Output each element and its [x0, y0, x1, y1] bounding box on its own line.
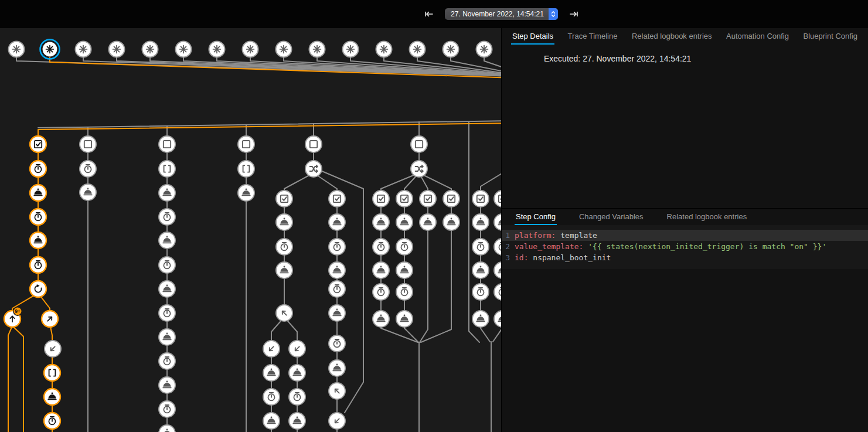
trace-node-service-call-node[interactable]	[396, 262, 413, 278]
trace-node-branch-return-node[interactable]	[289, 341, 305, 357]
trace-node-branch-return-node[interactable]	[329, 413, 345, 429]
trace-node-service-call-node[interactable]	[396, 311, 413, 327]
trace-node-delay-node[interactable]	[80, 161, 96, 177]
trace-node-service-call-node[interactable]	[420, 214, 436, 230]
trace-node-choose-node[interactable]	[305, 161, 322, 177]
trace-node-service-call-node[interactable]	[159, 281, 175, 297]
trace-node-condition-node[interactable]	[30, 136, 46, 152]
trace-node-service-call-node[interactable]	[443, 214, 459, 230]
trace-node-branch-exit-node[interactable]	[276, 305, 292, 321]
trace-node-delay-node[interactable]	[30, 209, 46, 225]
trace-node-choose-node[interactable]	[411, 161, 427, 177]
trace-node-branch-return-node[interactable]	[45, 341, 61, 357]
trace-node-delay-node[interactable]	[159, 305, 175, 321]
trigger-node[interactable]	[376, 42, 392, 57]
trace-node-service-call-node[interactable]	[472, 311, 489, 327]
trace-node-delay-node[interactable]	[289, 389, 305, 405]
trace-graph[interactable]: 9+	[0, 28, 501, 432]
trace-node-template-node[interactable]	[238, 161, 254, 177]
trace-node-service-call-node[interactable]	[373, 262, 389, 278]
trigger-node[interactable]	[9, 42, 25, 57]
trace-node-service-call-node[interactable]	[329, 214, 345, 230]
trace-node-condition-node[interactable]	[494, 191, 501, 207]
trace-node-delay-node[interactable]	[263, 389, 280, 405]
trace-node-service-call-node[interactable]	[159, 185, 175, 201]
trace-node-service-call-node[interactable]	[289, 413, 305, 429]
trace-node-template-node[interactable]	[44, 365, 60, 381]
trace-node-delay-node[interactable]	[396, 239, 413, 255]
trace-node-delay-node[interactable]	[472, 239, 489, 255]
trigger-node[interactable]	[76, 42, 91, 57]
trace-node-condition-node[interactable]	[396, 191, 413, 207]
trace-node-service-call-node[interactable]	[329, 305, 345, 321]
trace-node-option-node[interactable]	[411, 136, 427, 152]
trace-node-delay-node[interactable]	[494, 284, 501, 300]
trace-node-service-call-node[interactable]	[159, 377, 175, 393]
trace-node-service-call-node[interactable]	[30, 232, 46, 249]
run-selector[interactable]: 27. November 2022, 14:54:21	[445, 8, 558, 20]
trace-node-service-call-node[interactable]	[494, 311, 501, 327]
trace-node-service-call-node[interactable]	[263, 365, 280, 381]
tab-related-logbook-entries[interactable]: Related logbook entries	[631, 28, 713, 45]
trace-node-delay-node[interactable]	[472, 284, 489, 300]
trace-node-service-call-node[interactable]	[159, 232, 175, 249]
trigger-node[interactable]	[309, 42, 325, 57]
tab-related-logbook-entries[interactable]: Related logbook entries	[666, 209, 748, 225]
trigger-node[interactable]	[343, 42, 359, 57]
trace-node-service-call-node[interactable]	[472, 214, 489, 230]
trace-node-repeat-node[interactable]	[30, 281, 46, 297]
trace-node-service-call-node[interactable]	[329, 360, 345, 376]
trace-node-delay-node[interactable]	[329, 335, 345, 352]
trace-node-delay-node[interactable]	[373, 239, 389, 255]
yaml-code-block[interactable]: 1platform: template2value_template: '{{ …	[502, 225, 868, 269]
trace-node-service-call-node[interactable]	[276, 262, 292, 278]
tab-blueprint-config[interactable]: Blueprint Config	[802, 28, 859, 45]
tab-changed-variables[interactable]: Changed Variables	[578, 209, 645, 225]
trace-node-condition-node[interactable]	[420, 191, 436, 207]
trace-node-option-node[interactable]	[305, 136, 322, 152]
trace-node-template-node[interactable]	[159, 161, 175, 177]
code-line-2[interactable]: 2value_template: '{{ states(nextion_init…	[502, 241, 868, 252]
trace-node-service-call-node[interactable]	[373, 214, 389, 230]
trace-node-option-node[interactable]	[238, 136, 254, 152]
trace-node-condition-node[interactable]	[472, 191, 489, 207]
trace-node-delay-node[interactable]	[30, 161, 46, 177]
trace-node-service-call-node[interactable]	[44, 389, 60, 405]
trace-node-service-call-node[interactable]	[30, 185, 46, 201]
trace-node-service-call-node[interactable]	[80, 184, 96, 200]
trace-node-delay-node[interactable]	[159, 401, 175, 417]
trace-node-branch-return-node[interactable]	[263, 341, 280, 357]
previous-run-button[interactable]	[421, 6, 437, 22]
tab-automation-config[interactable]: Automation Config	[725, 28, 790, 45]
trace-node-delay-node[interactable]	[329, 239, 345, 255]
trace-node-condition-node[interactable]	[373, 191, 389, 207]
tab-trace-timeline[interactable]: Trace Timeline	[567, 28, 619, 45]
trace-node-service-call-node[interactable]	[159, 329, 175, 345]
trace-node-condition-node[interactable]	[329, 191, 345, 207]
trace-node-service-call-node[interactable]	[289, 365, 305, 381]
next-run-button[interactable]	[566, 6, 581, 22]
trace-node-repeat-loop-node[interactable]: 9+	[4, 307, 22, 327]
trigger-node[interactable]	[109, 42, 125, 57]
code-line-1[interactable]: 1platform: template	[502, 230, 868, 241]
trace-node-service-call-node[interactable]	[276, 214, 292, 230]
trace-node-branch-exit-node[interactable]	[329, 383, 345, 399]
trigger-node[interactable]	[410, 42, 426, 57]
trigger-node[interactable]	[209, 42, 225, 57]
trace-node-delay-node[interactable]	[44, 413, 60, 429]
trace-node-branch-enter-node[interactable]	[42, 311, 58, 327]
trigger-node[interactable]	[443, 42, 459, 57]
trace-node-option-node[interactable]	[159, 136, 175, 152]
trigger-node[interactable]	[276, 42, 292, 57]
tab-step-details[interactable]: Step Details	[511, 28, 554, 45]
trigger-node[interactable]	[243, 42, 258, 57]
trace-node-delay-node[interactable]	[329, 281, 345, 297]
trace-node-service-call-node[interactable]	[396, 214, 413, 230]
trace-node-delay-node[interactable]	[494, 239, 501, 255]
code-line-3[interactable]: 3id: nspanel_boot_init	[502, 252, 868, 263]
trigger-node-selected[interactable]	[40, 40, 60, 59]
trace-node-condition-node[interactable]	[443, 191, 459, 207]
trigger-node[interactable]	[142, 42, 158, 57]
trace-node-option-node[interactable]	[80, 136, 96, 152]
trace-node-service-call-node[interactable]	[238, 185, 254, 201]
